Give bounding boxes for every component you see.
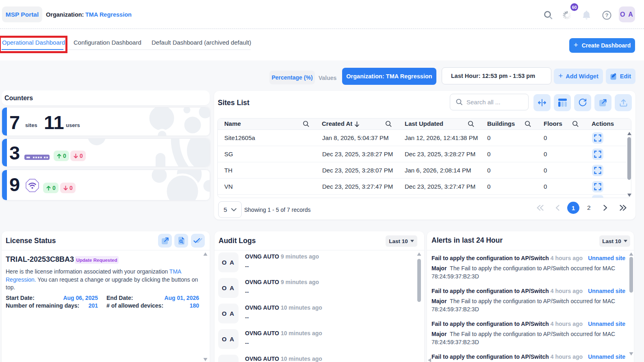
svg-text:?: ? (605, 12, 609, 18)
